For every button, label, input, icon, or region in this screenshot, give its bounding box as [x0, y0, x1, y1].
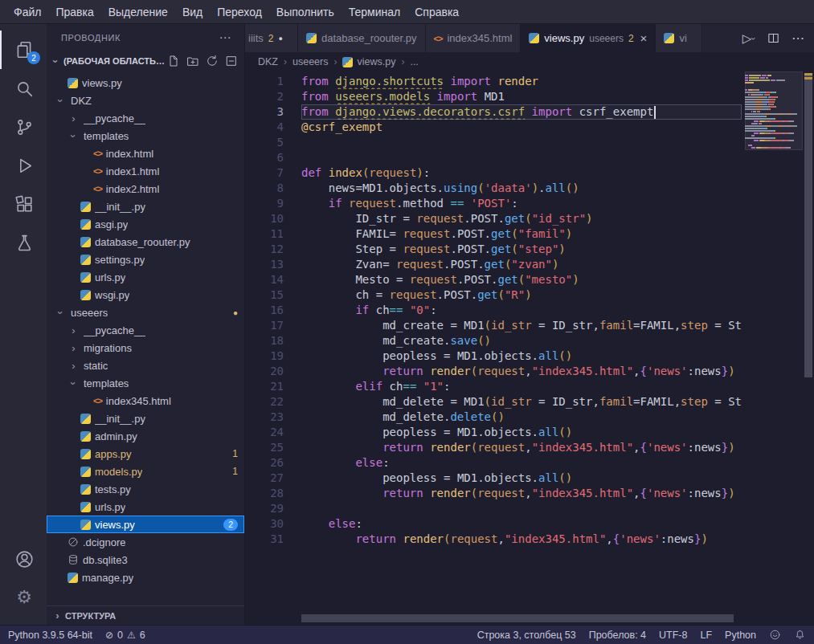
tree-folder-DKZ[interactable]: ›DKZ	[47, 92, 244, 109]
tree-file-.dcignore[interactable]: .dcignore	[47, 533, 244, 551]
hscroll-thumb[interactable]	[301, 614, 734, 622]
python-file-icon	[80, 219, 91, 230]
tree-file-database_roouter.py[interactable]: database_roouter.py	[47, 233, 244, 251]
editor-tab-iiits[interactable]: iiits2●	[245, 24, 298, 52]
breadcrumb-item-useeers[interactable]: useeers	[292, 56, 328, 67]
split-editor-button[interactable]	[767, 31, 780, 45]
tree-file-index1.html[interactable]: <>index1.html	[47, 162, 244, 180]
refresh-icon[interactable]	[206, 55, 219, 67]
tree-folder-migrations[interactable]: ›migrations	[47, 339, 244, 357]
line-number: 19	[245, 348, 301, 364]
tree-folder-__pycache__[interactable]: ›__pycache__	[47, 321, 244, 339]
code-line: 4@csrf_exempt	[245, 120, 742, 135]
status-encoding[interactable]: UTF-8	[659, 630, 687, 641]
code-line: 23 md_delete.delete()	[245, 410, 742, 425]
editor[interactable]: 1from django.shortcuts import render2fro…	[245, 71, 814, 625]
workspace-row[interactable]: › (РАБОЧАЯ ОБЛАСТЬ) ...	[47, 51, 244, 71]
tree-item-label: index.html	[106, 148, 153, 160]
breadcrumb-item-DKZ[interactable]: DKZ	[258, 56, 278, 67]
activity-settings[interactable]: ⚙	[0, 578, 47, 617]
breadcrumb-item-...[interactable]: ...	[410, 56, 418, 67]
menu-item-0[interactable]: Файл	[6, 3, 48, 21]
tree-file-models.py[interactable]: models.py1	[47, 463, 244, 480]
run-debug-icon	[14, 156, 35, 176]
tree-file-index345.html[interactable]: <>index345.html	[47, 392, 244, 410]
breadcrumb-item-views.py[interactable]: views.py	[342, 56, 395, 67]
feedback-button[interactable]	[769, 629, 781, 641]
activity-source-control[interactable]	[0, 108, 47, 146]
tree-file-views.py[interactable]: views.py	[47, 74, 244, 92]
tree-item-label: apps.py	[95, 448, 132, 460]
menu-item-3[interactable]: Вид	[175, 3, 210, 21]
tree-file-urls.py[interactable]: urls.py	[47, 268, 244, 286]
editor-tab-views.py[interactable]: views.pyuseeers2×	[521, 24, 656, 52]
sidebar-more-icon[interactable]: ⋯	[219, 31, 231, 45]
tree-file-__init__.py[interactable]: __init__.py	[47, 198, 244, 215]
tree-file-db.sqlite3[interactable]: db.sqlite3	[47, 551, 244, 569]
tree-item-label: templates	[84, 130, 129, 142]
tree-file-settings.py[interactable]: settings.py	[47, 251, 244, 268]
breadcrumb-separator-icon: ›	[401, 56, 404, 67]
activity-testing[interactable]	[0, 223, 47, 262]
tree-file-index2.html[interactable]: <>index2.html	[47, 180, 244, 198]
menu-item-6[interactable]: Терминал	[342, 3, 407, 21]
editor-tab-index345.html[interactable]: <>index345.html	[426, 24, 522, 52]
vertical-scrollbar[interactable]	[803, 71, 814, 625]
tree-file-admin.py[interactable]: admin.py	[47, 427, 244, 445]
minimap-line	[745, 94, 801, 96]
notifications-bell-button[interactable]	[794, 629, 806, 641]
tree-file-manage.py[interactable]: manage.py	[47, 569, 244, 586]
line-content: if ch== "0":	[301, 303, 742, 318]
editor-tab-vi[interactable]: vi	[656, 24, 702, 52]
warning-mark	[804, 77, 812, 79]
line-number: 31	[245, 532, 301, 547]
activity-account[interactable]	[0, 540, 47, 578]
activity-search[interactable]	[0, 69, 47, 108]
tree-file-views.py[interactable]: views.py2	[47, 516, 244, 533]
status-language-mode[interactable]: Python	[725, 630, 756, 641]
minimap-line	[745, 87, 801, 88]
status-label: LF	[700, 630, 712, 641]
activity-extensions[interactable]	[0, 185, 47, 223]
status-eol[interactable]: LF	[700, 630, 712, 641]
outline-section[interactable]: › СТРУКТУРА	[47, 605, 244, 625]
activity-explorer[interactable]: 2	[0, 31, 47, 69]
new-folder-icon[interactable]	[186, 55, 199, 67]
tree-file-apps.py[interactable]: apps.py1	[47, 445, 244, 463]
tree-file-asgi.py[interactable]: asgi.py	[47, 215, 244, 233]
new-file-icon[interactable]	[167, 55, 180, 67]
menu-item-4[interactable]: Переход	[210, 3, 269, 21]
minimap[interactable]	[745, 75, 801, 171]
tree-folder-__pycache__[interactable]: ›__pycache__	[47, 109, 244, 127]
status-cursor-position[interactable]: Строка 3, столбец 53	[477, 630, 576, 641]
menu-item-7[interactable]: Справка	[407, 3, 466, 21]
code-region[interactable]: 1from django.shortcuts import render2fro…	[245, 71, 742, 613]
vscroll-thumb[interactable]	[804, 73, 812, 377]
menu-item-5[interactable]: Выполнить	[269, 3, 342, 21]
menu-item-2[interactable]: Выделение	[101, 3, 175, 21]
status-indentation[interactable]: Пробелов: 4	[589, 630, 646, 641]
menu-item-1[interactable]: Правка	[48, 3, 100, 21]
line-number: 11	[245, 226, 301, 242]
activity-run-debug[interactable]	[0, 146, 47, 185]
tree-item-label: static	[84, 360, 108, 372]
more-actions-button[interactable]: ⋯	[792, 31, 804, 46]
tree-folder-useeers[interactable]: ›useeers●	[47, 304, 244, 321]
close-icon[interactable]: ×	[640, 31, 648, 45]
editor-tab-database_roouter.py[interactable]: database_roouter.py	[298, 24, 426, 52]
status-python-version[interactable]: Python 3.9.5 64-bit	[8, 630, 92, 641]
tree-file-tests.py[interactable]: tests.py	[47, 480, 244, 498]
tree-file-urls.py[interactable]: urls.py	[47, 498, 244, 516]
collapse-all-icon[interactable]	[225, 55, 238, 67]
tree-folder-static[interactable]: ›static	[47, 357, 244, 374]
tree-folder-templates[interactable]: ›templates	[47, 374, 244, 392]
tree-folder-templates[interactable]: ›templates	[47, 127, 244, 145]
run-button[interactable]: ▷›	[742, 31, 755, 46]
tree-file-index.html[interactable]: <>index.html	[47, 145, 244, 162]
status-problems[interactable]: ⊘0⚠6	[105, 630, 145, 641]
horizontal-scrollbar[interactable]	[301, 614, 734, 622]
tree-file-__init__.py[interactable]: __init__.py	[47, 410, 244, 427]
tree-file-wsgi.py[interactable]: wsgi.py	[47, 286, 244, 304]
code-line: 29	[245, 501, 742, 516]
line-number: 28	[245, 486, 301, 501]
